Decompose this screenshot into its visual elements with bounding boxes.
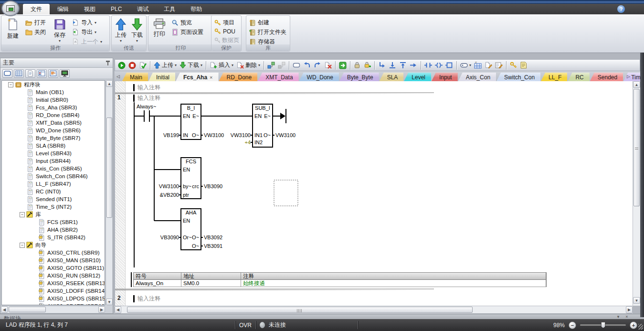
operand[interactable]: VB3090 — [160, 235, 179, 240]
edit-pou-button[interactable] — [494, 61, 504, 70]
program-comment[interactable]: 输入注释 — [137, 84, 160, 92]
zoom-slider-thumb[interactable] — [601, 322, 605, 328]
insert-box-button[interactable] — [444, 61, 454, 70]
tree-item-AXIS0_LDPOS-SBR15[interactable]: AXIS0_LDPOS (SBR15) — [2, 295, 105, 302]
tree-item-FCS-SBR1[interactable]: FCS (SBR1) — [2, 218, 105, 226]
insert-contact-button[interactable] — [423, 61, 433, 70]
close-icon[interactable]: × — [624, 315, 630, 319]
tree-item-Input-SBR44[interactable]: Input (SBR44) — [2, 157, 105, 165]
tab-LL_F[interactable]: LL_F — [541, 73, 567, 81]
pou-diagram-disabled-button[interactable] — [277, 61, 286, 70]
tab-Main[interactable]: Main — [122, 73, 148, 81]
library-create-button[interactable]: ✳创建 — [248, 19, 288, 27]
monitor-view-icon[interactable] — [60, 69, 70, 78]
tab-Axis_Con[interactable]: Axis_Con — [458, 73, 496, 81]
marquee-view-icon[interactable] — [2, 69, 12, 78]
selection-rectangle[interactable] — [274, 180, 298, 206]
tab-WD_Done[interactable]: WD_Done — [299, 73, 339, 81]
operand[interactable]: VB3090 — [204, 183, 222, 189]
zoom-in-button[interactable]: + — [630, 321, 637, 329]
tab-RC[interactable]: RC — [568, 73, 589, 81]
menu-编辑[interactable]: 编辑 — [50, 4, 76, 14]
tab-close-icon[interactable]: × — [210, 75, 212, 80]
menu-视图[interactable]: 视图 — [76, 4, 103, 14]
pin-icon[interactable]: ▾ — [615, 315, 621, 319]
symbol-table-row[interactable]: Always_On SM0.0 始终接通 — [134, 280, 546, 287]
data-block-panel-header[interactable]: 数据块 ▾ × — [0, 314, 640, 319]
line-down-button[interactable] — [388, 61, 397, 70]
menu-文件[interactable]: 文件 — [23, 4, 50, 14]
sidebar-vertical-scrollbar[interactable]: ▲ ▼ — [106, 80, 112, 305]
address-tag-button[interactable]: ▾ — [459, 61, 472, 70]
bookmark-clear-button[interactable] — [323, 61, 333, 70]
collapse-icon[interactable]: − — [20, 243, 25, 248]
tab-XMT_Data[interactable]: XMT_Data — [258, 73, 298, 81]
stop-button[interactable] — [127, 61, 137, 70]
tree-item-AXIS0_RSEEK-SBR13[interactable]: AXIS0_RSEEK (SBR13) — [2, 279, 105, 287]
network-comment[interactable]: 输入注释 — [137, 295, 160, 303]
svg-text:FCS[interactable]: FCS — [186, 159, 196, 164]
run-button[interactable] — [117, 61, 127, 70]
tab-Switch_Con[interactable]: Switch_Con — [496, 73, 540, 81]
zoom-out-button[interactable]: − — [569, 321, 576, 329]
operand[interactable]: VW3100 — [231, 132, 251, 138]
operand[interactable]: VW3100 — [159, 183, 179, 189]
bookmark-prev-button[interactable] — [302, 61, 312, 70]
lock-button[interactable] — [353, 61, 362, 70]
tree-item-WD_Done-SBR6[interactable]: WD_Done (SBR6) — [2, 127, 105, 134]
print-button[interactable]: 打印 — [150, 17, 169, 43]
tree-item-Time_S-INT2[interactable]: Time_S (INT2) — [2, 203, 105, 211]
bookmark-next-button[interactable] — [313, 61, 322, 70]
pou-diagram-button[interactable] — [266, 61, 276, 70]
tree-item-AXIS0_SRATE-SBR16[interactable]: AXIS0_SRATE (SBR16) — [2, 302, 105, 305]
branch-junction-button[interactable] — [377, 61, 387, 70]
menu-工具[interactable]: 工具 — [156, 4, 183, 14]
protect-key-button[interactable] — [509, 61, 518, 70]
pin-icon[interactable] — [106, 60, 110, 66]
ladder-diagram[interactable]: Always~ B_I EN E~ IN O~ VB199 VW3100 SUB… — [126, 102, 479, 270]
menu-PLC[interactable]: PLC — [103, 4, 129, 14]
ribbon-upload-button[interactable]: 上传▾ — [113, 17, 128, 43]
save-button[interactable]: 保存▾ — [50, 17, 70, 43]
library-open-folder-button[interactable]: +打开文件夹 — [248, 28, 288, 36]
tab-Byte_Byte[interactable]: Byte_Byte — [339, 73, 379, 81]
line-up-button[interactable] — [398, 61, 408, 70]
sidebar-horizontal-scrollbar[interactable]: ◀ ▶ — [1, 306, 105, 313]
tree-item-RC-INT0[interactable]: RC (INT0) — [2, 188, 105, 195]
operand[interactable]: VB3091 — [204, 243, 222, 249]
tree-item-程序块[interactable]: −程序块 — [2, 81, 105, 88]
tree-item-S_ITR-SBR42[interactable]: S_ITR (SBR42) — [2, 234, 105, 241]
tree-item-Sended-INT1[interactable]: Sended (INT1) — [2, 195, 105, 203]
tab-Input[interactable]: Input — [432, 73, 458, 81]
tree-item-SLA-SBR8[interactable]: SLA (SBR8) — [2, 142, 105, 149]
tab-Initial[interactable]: Initial — [148, 73, 175, 81]
tree-item-AXIS0_LDOFF-SBR14[interactable]: AXIS0_LDOFF (SBR14) — [2, 287, 105, 295]
tree-item-RD_Done-SBR4[interactable]: RD_Done (SBR4) — [2, 111, 105, 119]
collapse-icon[interactable]: − — [20, 212, 25, 217]
download-button[interactable]: 下载▾ — [179, 61, 203, 70]
protect-data-page-button[interactable]: 数据页 — [213, 36, 241, 44]
svg-text:AHA[interactable]: AHA — [186, 210, 197, 215]
tree-item-AXIS0_CTRL-SBR9[interactable]: AXIS0_CTRL (SBR9) — [2, 249, 105, 256]
operand[interactable]: +4 — [244, 139, 251, 145]
tree-item-Level-SBR43[interactable]: Level (SBR43) — [2, 149, 105, 157]
svg-text:SUB_I[interactable]: SUB_I — [255, 105, 270, 111]
ladder-canvas[interactable]: 输入注释 1 输入注释 — [115, 81, 633, 306]
svg-text:B_I[interactable]: B_I — [187, 105, 195, 111]
open-button[interactable]: 打开 — [24, 19, 49, 27]
tab-RD_Done[interactable]: RD_Done — [219, 73, 258, 81]
tree-item-Axis_Con-SBR45[interactable]: Axis_Con (SBR45) — [2, 165, 105, 172]
ribbon-download-button[interactable]: 下载▾ — [129, 17, 145, 43]
grid-table-view-icon[interactable] — [14, 69, 24, 78]
properties-button[interactable] — [519, 61, 528, 70]
operand[interactable]: &VB200 — [160, 192, 179, 198]
page-setup-button[interactable]: 页面设置 — [170, 28, 211, 36]
tab-Fcs_Aha[interactable]: Fcs_Aha× — [176, 73, 218, 81]
tab-scroll-left-icon[interactable]: ◁ — [115, 73, 121, 80]
tree-item-Switch_Con-SBR46[interactable]: Switch_Con (SBR46) — [2, 172, 105, 180]
new-button[interactable]: ✳ 新建 — [3, 17, 23, 43]
contact-symbol-label[interactable]: Always~ — [137, 104, 156, 109]
line-right-button[interactable] — [409, 61, 418, 70]
menu-帮助[interactable]: 帮助 — [183, 4, 210, 14]
tree-item-AHA-SBR2[interactable]: AHA (SBR2) — [2, 226, 105, 234]
